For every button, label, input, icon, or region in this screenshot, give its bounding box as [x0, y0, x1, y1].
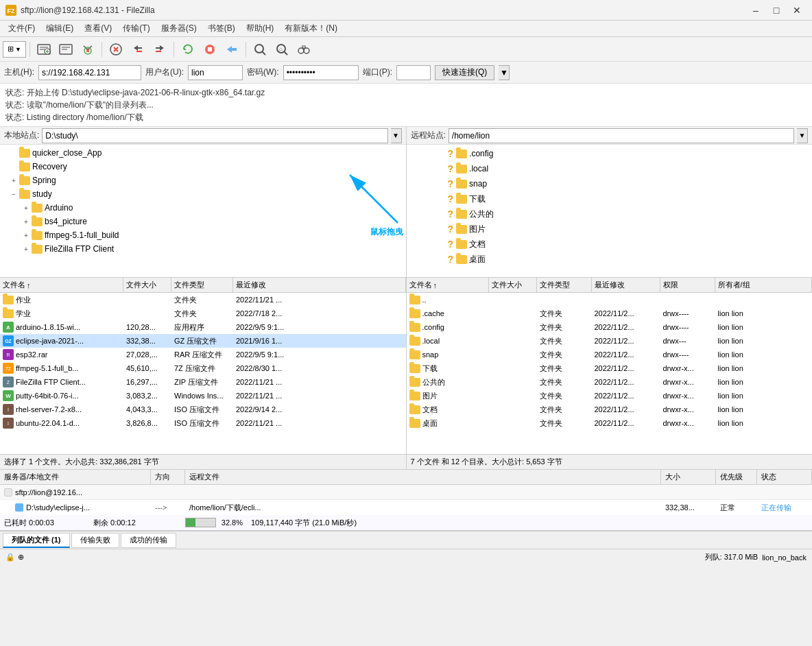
remote-file-row-public[interactable]: 公共的 文件夹 2022/11/2... drwxr-x... lion lio…	[407, 375, 813, 389]
menu-file[interactable]: 文件(F)	[3, 21, 40, 36]
toolbar-btn-sync[interactable]	[222, 40, 242, 59]
iso-icon: I	[3, 418, 14, 429]
maximize-button[interactable]: □	[767, 3, 786, 17]
local-file-row-eclipse[interactable]: GZeclipse-java-2021-... 332,38... GZ 压缩文…	[0, 334, 406, 348]
remote-tree-public[interactable]: ? 公共的	[407, 206, 813, 222]
quickconnect-dropdown[interactable]: ▼	[499, 65, 510, 80]
local-col-date[interactable]: 最近修改	[233, 278, 406, 292]
menu-server[interactable]: 服务器(S)	[156, 21, 202, 36]
menu-bookmark[interactable]: 书签(B)	[202, 21, 241, 36]
remote-col-date[interactable]: 最近修改	[592, 278, 660, 292]
remote-file-row-download[interactable]: 下载 文件夹 2022/11/2... drwxr-x... lion lion	[407, 361, 813, 375]
tab-successful[interactable]: 成功的传输	[121, 533, 176, 548]
menu-transfer[interactable]: 传输(T)	[117, 21, 155, 36]
tree-item-filezilla[interactable]: + FileZilla FTP Client	[0, 242, 406, 256]
remote-tree-snap[interactable]: ? snap	[407, 176, 813, 191]
menu-help[interactable]: 帮助(H)	[241, 21, 280, 36]
local-file-row[interactable]: Iubuntu-22.04.1-d... 3,826,8... ISO 压缩文件…	[0, 416, 406, 430]
toolbar-btn-binoculars[interactable]	[294, 40, 314, 59]
svg-text:⌂: ⌂	[279, 46, 283, 52]
tab-failed[interactable]: 传输失败	[71, 533, 119, 548]
tree-item-spring[interactable]: + Spring	[0, 174, 406, 187]
expand-icon: +	[8, 175, 19, 186]
remote-file-row-pics[interactable]: 图片 文件夹 2022/11/2... drwxr-x... lion lion	[407, 389, 813, 403]
toolbar-btn-cancel3[interactable]	[150, 40, 170, 59]
tree-item-recovery[interactable]: Recovery	[0, 160, 406, 174]
local-file-body[interactable]: 作业 文件夹 2022/11/21 ... 学业 文件夹 2022/7/18 2…	[0, 293, 406, 454]
toolbar-btn-search[interactable]	[250, 40, 270, 59]
remote-file-row-docs[interactable]: 文档 文件夹 2022/11/2... drwxr-x... lion lion	[407, 403, 813, 416]
pass-input[interactable]	[283, 65, 359, 80]
remote-tree-config[interactable]: ? .config	[407, 146, 813, 161]
tab-queued[interactable]: 列队的文件 (1)	[3, 533, 70, 548]
remote-tree-pics[interactable]: ? 图片	[407, 222, 813, 237]
transfer-file-row[interactable]: D:\study\eclipse-j... ---> /home/lion/下载…	[0, 500, 812, 515]
local-path-dropdown[interactable]: ▼	[391, 128, 402, 143]
tree-item-study[interactable]: − study	[0, 187, 406, 201]
remote-file-row-desktop[interactable]: 桌面 文件夹 2022/11/2... drwxr-x... lion lion	[407, 416, 813, 430]
local-col-name[interactable]: 文件名 ↑	[0, 278, 123, 292]
local-file-row[interactable]: Wputty-64bit-0.76-i... 3,083,2... Window…	[0, 389, 406, 403]
user-input[interactable]	[188, 65, 243, 80]
toolbar-dropdown-1[interactable]: ⊞ ▼	[3, 41, 26, 58]
local-tree-area[interactable]: quicker_close_App Recovery + Spring − st…	[0, 145, 406, 277]
connection-bar: 主机(H): 用户名(U): 密码(W): 端口(P): 快速连接(Q) ▼	[0, 62, 812, 84]
toolbar-btn-conn[interactable]	[56, 40, 76, 59]
quickconnect-button[interactable]: 快速连接(Q)	[435, 65, 494, 80]
svg-rect-8	[208, 47, 212, 51]
minimize-button[interactable]: –	[746, 3, 765, 17]
remote-item-label: 公共的	[469, 208, 494, 220]
tree-item-label: bs4_picture	[45, 217, 87, 226]
local-col-size[interactable]: 文件大小	[123, 278, 171, 292]
remote-file-row-parent[interactable]: ..	[407, 293, 813, 307]
remote-col-name[interactable]: 文件名 ↑	[407, 278, 489, 292]
toolbar-btn-stop[interactable]	[200, 40, 220, 59]
remote-file-row-local[interactable]: .local 文件夹 2022/11/2... drwx--- lion lio…	[407, 334, 813, 348]
local-file-row[interactable]: ZFileZilla FTP Client... 16,297,... ZIP …	[0, 375, 406, 389]
local-panel-header: 本地站点: ▼	[0, 127, 406, 145]
remote-path-input[interactable]	[449, 128, 794, 143]
remote-tree-desktop[interactable]: ? 桌面	[407, 252, 813, 267]
local-path-input[interactable]	[42, 128, 387, 143]
remote-tree-area[interactable]: ? .config ? .local ? snap ? 下载 ?	[407, 145, 813, 277]
local-file-row[interactable]: 学业 文件夹 2022/7/18 2...	[0, 307, 406, 320]
remote-col-size[interactable]: 文件大小	[489, 278, 537, 292]
remote-col-perms[interactable]: 权限	[660, 278, 715, 292]
menu-newver[interactable]: 有新版本！(N)	[279, 21, 343, 36]
remote-tree-docs[interactable]: ? 文档	[407, 237, 813, 252]
tree-item-quicker[interactable]: quicker_close_App	[0, 146, 406, 160]
toolbar-btn-disconnect[interactable]	[77, 40, 98, 59]
toolbar-btn-new-conn[interactable]	[34, 40, 54, 59]
port-input[interactable]	[396, 65, 431, 80]
local-file-row[interactable]: Irhel-server-7.2-x8... 4,043,3... ISO 压缩…	[0, 403, 406, 416]
tree-item-bs4[interactable]: + bs4_picture	[0, 215, 406, 228]
remote-file-row-cache[interactable]: .cache 文件夹 2022/11/2... drwx---- lion li…	[407, 307, 813, 320]
local-file-row[interactable]: Aarduino-1.8.15-wi... 120,28... 应用程序 202…	[0, 320, 406, 334]
status-line-3: 状态: Listing directory /home/lion/下载	[5, 111, 807, 123]
transfer-col-dir: 方向	[151, 470, 185, 484]
remote-file-row-snap[interactable]: snap 文件夹 2022/11/2... drwx---- lion lion	[407, 348, 813, 361]
toolbar-btn-cancel2[interactable]	[128, 40, 148, 59]
toolbar-btn-refresh[interactable]	[178, 40, 198, 59]
local-file-status: 选择了 1 个文件。大小总共: 332,386,281 字节	[0, 454, 406, 469]
remote-col-owner[interactable]: 所有者/组	[715, 278, 813, 292]
remote-col-type[interactable]: 文件类型	[537, 278, 592, 292]
local-file-row[interactable]: 7Zffmpeg-5.1-full_b... 45,610,... 7Z 压缩文…	[0, 361, 406, 375]
local-file-row[interactable]: 作业 文件夹 2022/11/21 ...	[0, 293, 406, 307]
toolbar-chevron-1: ▼	[15, 46, 21, 53]
remote-path-dropdown[interactable]: ▼	[797, 128, 808, 143]
remote-file-body[interactable]: .. .cache 文件夹 2022/11/2... drwx---- lion…	[407, 293, 813, 454]
tree-item-arduino[interactable]: + Arduino	[0, 201, 406, 215]
tree-item-ffmpeg[interactable]: + ffmpeg-5.1-full_build	[0, 228, 406, 242]
toolbar-btn-cancel[interactable]	[106, 40, 126, 59]
menu-view[interactable]: 查看(V)	[79, 21, 117, 36]
remote-tree-local[interactable]: ? .local	[407, 161, 813, 176]
remote-tree-download[interactable]: ? 下载	[407, 191, 813, 206]
local-file-row[interactable]: Resp32.rar 27,028,... RAR 压缩文件 2022/9/5 …	[0, 348, 406, 361]
close-button[interactable]: ✕	[787, 3, 807, 17]
host-input[interactable]	[38, 65, 141, 80]
toolbar-btn-search2[interactable]: ⌂	[272, 40, 292, 59]
remote-file-row-config[interactable]: .config 文件夹 2022/11/2... drwx---- lion l…	[407, 320, 813, 334]
menu-edit[interactable]: 编辑(E)	[40, 21, 79, 36]
local-col-type[interactable]: 文件类型	[171, 278, 233, 292]
